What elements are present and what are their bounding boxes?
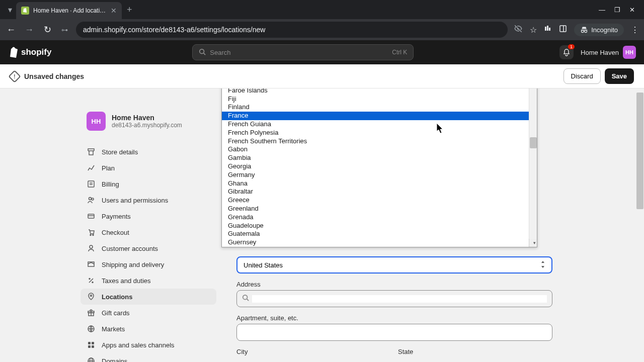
shopify-logo[interactable]: shopify <box>8 47 51 58</box>
svg-rect-26 <box>92 342 94 344</box>
sidebar-item-plan[interactable]: Plan <box>80 160 216 176</box>
sidebar-item-domains[interactable]: Domains <box>80 353 216 362</box>
discard-button[interactable]: Discard <box>564 68 601 84</box>
favicon-icon <box>21 7 29 15</box>
sidebar-item-locations[interactable]: Locations <box>80 289 216 305</box>
svg-point-16 <box>90 235 91 236</box>
new-tab-button[interactable]: + <box>127 5 132 15</box>
country-option[interactable]: France <box>222 112 537 120</box>
country-option[interactable]: Guadeloupe <box>222 222 537 230</box>
maximize-icon[interactable]: ❐ <box>614 6 620 14</box>
incognito-label: Incognito <box>591 26 618 34</box>
close-tab-icon[interactable]: ✕ <box>111 7 117 15</box>
taxes-icon <box>87 276 96 285</box>
customer-icon <box>87 244 96 253</box>
sidebar-item-customer-accounts[interactable]: Customer accounts <box>80 240 216 256</box>
forward-button[interactable]: → <box>23 25 35 35</box>
tab-bar: ▾ Home Haven · Add location · Sh ✕ + — ❐… <box>0 0 644 19</box>
sidebar-item-users-and-permissions[interactable]: Users and permissions <box>80 192 216 208</box>
store-menu[interactable]: Home Haven HH <box>581 46 636 59</box>
country-option[interactable]: Gibraltar <box>222 188 537 196</box>
browser-chrome: ▾ Home Haven · Add location · Sh ✕ + — ❐… <box>0 0 644 40</box>
country-option[interactable]: Faroe Islands <box>222 88 537 95</box>
url-bar[interactable]: admin.shopify.com/store/de8143-a6/settin… <box>76 22 508 38</box>
gift-icon <box>87 308 96 317</box>
avatar: HH <box>623 46 636 59</box>
country-option[interactable]: Germany <box>222 171 537 179</box>
menu-icon[interactable]: ⋮ <box>631 25 639 35</box>
notification-badge: 1 <box>568 44 575 49</box>
store-card[interactable]: HH Home Haven de8143-a6.myshopify.com <box>80 108 216 135</box>
country-option[interactable]: Gabon <box>222 145 537 154</box>
sidebar-item-taxes-and-duties[interactable]: Taxes and duties <box>80 273 216 289</box>
site-info-icon[interactable]: ⊶ <box>59 24 70 36</box>
country-select[interactable]: United States <box>236 256 552 274</box>
country-option[interactable]: Greece <box>222 196 537 205</box>
svg-point-6 <box>585 30 587 33</box>
state-label: State <box>398 348 552 355</box>
sidebar-item-gift-cards[interactable]: Gift cards <box>80 305 216 321</box>
apps-icon <box>87 340 96 349</box>
svg-rect-9 <box>88 181 94 187</box>
reload-button[interactable]: ↻ <box>41 24 53 35</box>
svg-point-7 <box>200 49 204 53</box>
sidebar-item-markets[interactable]: Markets <box>80 321 216 337</box>
bookmark-icon[interactable]: ☆ <box>530 25 537 35</box>
sidebar-item-checkout[interactable]: Checkout <box>80 224 216 240</box>
page-scrollbar-thumb[interactable] <box>636 93 643 209</box>
browser-toolbar: ← → ↻ ⊶ admin.shopify.com/store/de8143-a… <box>0 19 644 40</box>
country-option[interactable]: French Guiana <box>222 120 537 129</box>
sidebar-item-shipping-and-delivery[interactable]: Shipping and delivery <box>80 256 216 273</box>
side-panel-icon[interactable] <box>559 25 567 35</box>
shipping-icon <box>87 260 96 269</box>
sidebar-item-payments[interactable]: Payments <box>80 208 216 224</box>
svg-point-5 <box>582 30 584 33</box>
logo-text: shopify <box>21 47 51 57</box>
country-option[interactable]: Guatemala <box>222 230 537 238</box>
incognito-badge[interactable]: Incognito <box>574 24 624 36</box>
global-search[interactable]: Search Ctrl K <box>192 44 414 60</box>
tab-list-dropdown[interactable]: ▾ <box>4 4 16 16</box>
dropdown-scrollbar-thumb[interactable] <box>530 137 537 148</box>
country-option[interactable]: French Southern Territories <box>222 137 537 146</box>
apartment-label: Apartment, suite, etc. <box>236 314 552 322</box>
minimize-icon[interactable]: — <box>599 6 605 14</box>
payments-icon <box>87 212 96 221</box>
apartment-input[interactable] <box>236 324 552 341</box>
sidebar-item-store-details[interactable]: Store details <box>80 144 216 160</box>
country-option[interactable]: Greenland <box>222 205 537 213</box>
country-option[interactable]: Ghana <box>222 179 537 188</box>
country-option[interactable]: Finland <box>222 103 537 112</box>
country-option[interactable]: Fiji <box>222 95 537 104</box>
users-icon <box>87 196 96 205</box>
save-button[interactable]: Save <box>605 68 634 84</box>
svg-point-20 <box>91 295 92 297</box>
back-button[interactable]: ← <box>5 25 17 35</box>
country-option[interactable]: French Polynesia <box>222 129 537 137</box>
search-shortcut: Ctrl K <box>392 49 407 56</box>
address-input[interactable] <box>236 290 552 307</box>
nav-label: Gift cards <box>102 309 130 317</box>
country-option[interactable]: Georgia <box>222 162 537 171</box>
scroll-down-arrow[interactable]: ▾ <box>529 239 537 247</box>
country-option[interactable]: Grenada <box>222 213 537 222</box>
extensions-icon[interactable] <box>544 25 552 35</box>
address-field[interactable] <box>252 295 547 303</box>
country-option[interactable]: Guernsey <box>222 238 537 247</box>
nav-label: Markets <box>102 325 125 333</box>
window-controls: — ❐ ✕ <box>599 6 640 14</box>
close-window-icon[interactable]: ✕ <box>629 6 635 14</box>
svg-point-17 <box>93 235 94 236</box>
nav-label: Shipping and delivery <box>102 261 164 268</box>
eye-off-icon[interactable] <box>514 24 523 35</box>
notifications-button[interactable]: 1 <box>559 45 574 59</box>
store-url: de8143-a6.myshopify.com <box>112 122 182 129</box>
country-option[interactable]: Gambia <box>222 154 537 162</box>
store-name: Home Haven <box>112 114 182 122</box>
browser-tab[interactable]: Home Haven · Add location · Sh ✕ <box>16 2 122 19</box>
nav-label: Payments <box>102 213 131 220</box>
sidebar-item-billing[interactable]: Billing <box>80 176 216 192</box>
dropdown-scrollbar[interactable] <box>529 88 537 239</box>
sidebar-item-apps-and-sales-channels[interactable]: Apps and sales channels <box>80 337 216 353</box>
page-scrollbar[interactable] <box>636 88 644 362</box>
